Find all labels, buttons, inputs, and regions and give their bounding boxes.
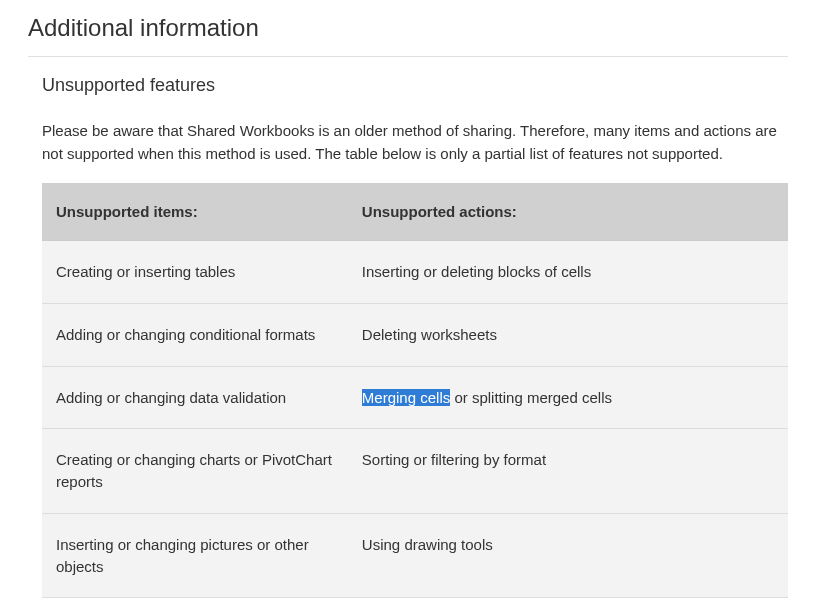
sub-heading: Unsupported features [28, 75, 788, 120]
cell-item: Inserting or changing pictures or other … [42, 513, 348, 598]
cell-action: Using drawing tools [348, 513, 788, 598]
table-row: Adding or changing data validation Mergi… [42, 366, 788, 429]
table-row: Adding or changing conditional formats D… [42, 303, 788, 366]
main-heading: Additional information [28, 8, 788, 56]
cell-item: Creating or inserting tables [42, 241, 348, 304]
content-container: Additional information Unsupported featu… [0, 0, 816, 598]
cell-item: Adding or changing conditional formats [42, 303, 348, 366]
table-wrapper: Unsupported items: Unsupported actions: … [42, 183, 788, 598]
cell-action: Merging cells or splitting merged cells [348, 366, 788, 429]
cell-action: Sorting or filtering by format [348, 429, 788, 514]
divider [28, 56, 788, 57]
highlighted-text: Merging cells [362, 389, 450, 406]
cell-action: Deleting worksheets [348, 303, 788, 366]
header-actions: Unsupported actions: [348, 183, 788, 241]
table-row: Creating or changing charts or PivotChar… [42, 429, 788, 514]
cell-item: Adding or changing data validation [42, 366, 348, 429]
header-items: Unsupported items: [42, 183, 348, 241]
cell-item: Creating or changing charts or PivotChar… [42, 429, 348, 514]
cell-action: Inserting or deleting blocks of cells [348, 241, 788, 304]
intro-text: Please be aware that Shared Workbooks is… [28, 120, 788, 183]
cell-action-rest: or splitting merged cells [450, 389, 612, 406]
table-header-row: Unsupported items: Unsupported actions: [42, 183, 788, 241]
unsupported-table: Unsupported items: Unsupported actions: … [42, 183, 788, 598]
table-row: Creating or inserting tables Inserting o… [42, 241, 788, 304]
table-row: Inserting or changing pictures or other … [42, 513, 788, 598]
